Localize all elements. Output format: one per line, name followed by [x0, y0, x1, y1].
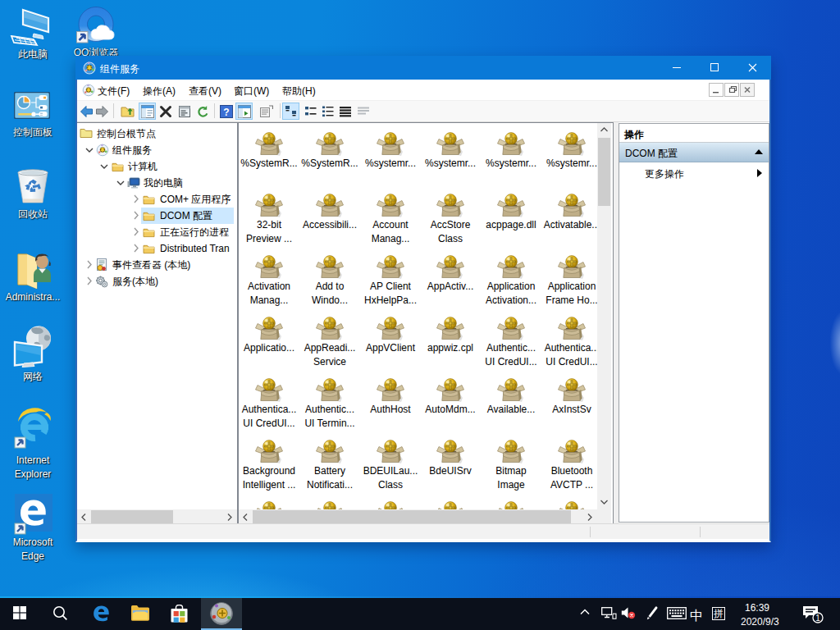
svg-text:1: 1: [815, 614, 820, 623]
svg-text:?: ?: [223, 107, 229, 118]
